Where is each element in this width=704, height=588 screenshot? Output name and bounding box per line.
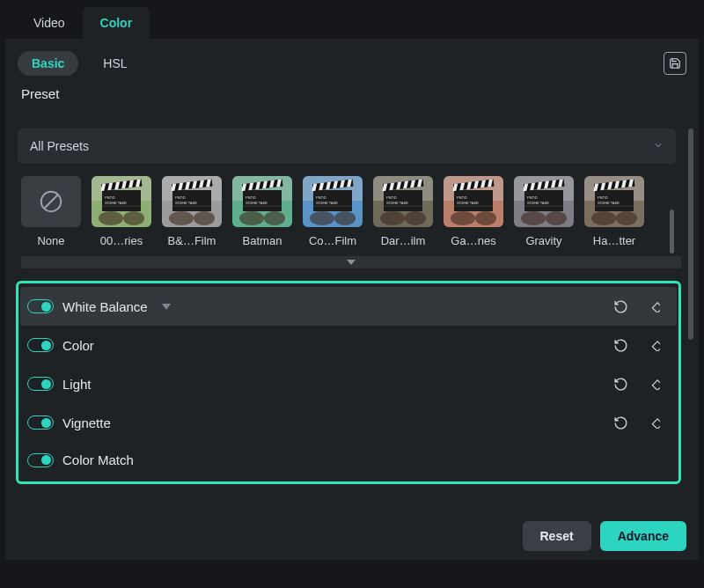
chevron-down-icon <box>653 139 664 153</box>
property-toggle[interactable] <box>27 453 54 467</box>
reset-property-button[interactable] <box>612 375 629 393</box>
preset-item[interactable]: PROD SCENE TAKE Dar…ilm <box>373 176 433 247</box>
diamond-icon <box>648 416 660 429</box>
color-panel: Basic HSL Preset All Presets None PROD S… <box>5 39 699 560</box>
preset-label: Batman <box>243 234 282 247</box>
preset-label: 00…ries <box>100 234 143 247</box>
svg-text:SCENE  TAKE: SCENE TAKE <box>175 201 197 205</box>
preset-label: Ha…tter <box>593 234 635 247</box>
property-label: Light <box>62 377 92 392</box>
preset-thumb: PROD SCENE TAKE <box>444 176 503 227</box>
advance-button[interactable]: Advance <box>600 521 686 551</box>
triangle-down-icon <box>347 260 356 265</box>
preset-item[interactable]: PROD SCENE TAKE 00…ries <box>92 176 151 247</box>
reset-icon <box>613 338 628 353</box>
presets-dropdown-label: All Presets <box>30 139 89 153</box>
preset-thumb: PROD SCENE TAKE <box>92 176 151 227</box>
svg-point-15 <box>99 211 123 225</box>
none-icon <box>38 188 64 215</box>
reset-icon <box>613 299 628 314</box>
keyframe-button[interactable] <box>645 298 663 315</box>
reset-property-button[interactable] <box>612 298 629 315</box>
svg-text:SCENE  TAKE: SCENE TAKE <box>316 201 338 205</box>
svg-text:SCENE  TAKE: SCENE TAKE <box>105 201 127 205</box>
subtab-basic[interactable]: Basic <box>18 51 78 76</box>
property-toggle[interactable] <box>27 338 54 352</box>
property-row[interactable]: Light <box>20 364 677 403</box>
svg-rect-125 <box>652 380 660 390</box>
svg-point-91 <box>475 211 496 225</box>
svg-text:PROD: PROD <box>175 195 186 200</box>
preset-thumb: PROD SCENE TAKE <box>232 176 292 227</box>
reset-icon <box>613 415 628 430</box>
preset-thumb: PROD SCENE TAKE <box>162 176 222 227</box>
preset-item[interactable]: PROD SCENE TAKE B&…Film <box>162 176 222 247</box>
svg-text:SCENE  TAKE: SCENE TAKE <box>598 201 620 205</box>
property-label: Color <box>62 338 94 353</box>
property-row[interactable]: Vignette <box>20 403 677 442</box>
svg-point-90 <box>451 211 475 225</box>
diamond-icon <box>648 300 660 312</box>
subtab-hsl[interactable]: HSL <box>89 51 141 76</box>
svg-text:PROD: PROD <box>598 195 608 200</box>
save-preset-button[interactable] <box>664 52 686 75</box>
preset-label: None <box>37 234 64 247</box>
preset-item[interactable]: PROD SCENE TAKE Gravity <box>514 176 574 247</box>
svg-rect-123 <box>652 303 660 312</box>
svg-text:SCENE  TAKE: SCENE TAKE <box>246 201 268 205</box>
presets-dropdown[interactable]: All Presets <box>18 129 676 164</box>
svg-point-121 <box>616 211 637 225</box>
property-row[interactable]: White Balance <box>20 287 677 326</box>
presets-expand-bar[interactable] <box>21 256 681 268</box>
preset-thumb: PROD SCENE TAKE <box>303 176 363 227</box>
property-toggle[interactable] <box>27 377 54 391</box>
preset-item[interactable]: None <box>21 176 81 247</box>
panel-scrollbar-thumb[interactable] <box>688 129 693 340</box>
preset-item[interactable]: PROD SCENE TAKE Ga…nes <box>444 176 503 247</box>
preset-thumb: PROD SCENE TAKE <box>514 176 574 227</box>
preset-item[interactable]: PROD SCENE TAKE Co…Film <box>303 176 363 247</box>
svg-text:SCENE  TAKE: SCENE TAKE <box>457 201 479 205</box>
keyframe-button[interactable] <box>645 336 663 354</box>
property-toggle[interactable] <box>27 299 54 313</box>
save-icon <box>669 57 681 70</box>
diamond-icon <box>648 339 660 351</box>
svg-text:PROD: PROD <box>246 195 256 200</box>
property-row[interactable]: Color <box>20 326 677 364</box>
svg-text:PROD: PROD <box>457 195 467 200</box>
svg-marker-122 <box>347 260 356 265</box>
preset-item[interactable]: PROD SCENE TAKE Ha…tter <box>584 176 644 247</box>
svg-text:PROD: PROD <box>105 195 115 200</box>
svg-point-120 <box>591 211 616 225</box>
svg-text:PROD: PROD <box>386 195 397 200</box>
panel-scrollbar[interactable] <box>688 129 693 558</box>
preset-label: Co…Film <box>309 234 356 247</box>
keyframe-button[interactable] <box>645 414 663 431</box>
svg-text:PROD: PROD <box>527 195 538 200</box>
keyframe-button[interactable] <box>645 375 663 393</box>
presets-scrollbar-thumb[interactable] <box>670 209 674 254</box>
preset-section-label: Preset <box>21 86 686 101</box>
color-properties-group: White BalanceColorLightVignetteColor Mat… <box>16 281 681 484</box>
property-label: Color Match <box>62 452 134 467</box>
preset-label: Gravity <box>525 234 561 247</box>
tab-video[interactable]: Video <box>16 7 83 39</box>
preset-item[interactable]: PROD SCENE TAKE Batman <box>232 176 292 247</box>
svg-point-31 <box>194 211 215 225</box>
tab-color[interactable]: Color <box>83 7 150 39</box>
property-toggle[interactable] <box>27 415 54 430</box>
svg-text:PROD: PROD <box>316 195 326 200</box>
svg-point-106 <box>546 211 567 225</box>
reset-icon <box>613 377 628 392</box>
reset-button[interactable]: Reset <box>523 521 591 551</box>
property-row[interactable]: Color Match <box>20 442 677 478</box>
svg-point-105 <box>521 211 546 225</box>
reset-property-button[interactable] <box>612 414 629 431</box>
svg-point-61 <box>334 211 356 225</box>
reset-property-button[interactable] <box>612 336 629 354</box>
diamond-icon <box>648 378 660 390</box>
expand-triangle-icon[interactable] <box>162 304 171 310</box>
preset-label: Dar…ilm <box>381 234 426 247</box>
svg-point-30 <box>169 211 194 225</box>
svg-point-46 <box>264 211 285 225</box>
